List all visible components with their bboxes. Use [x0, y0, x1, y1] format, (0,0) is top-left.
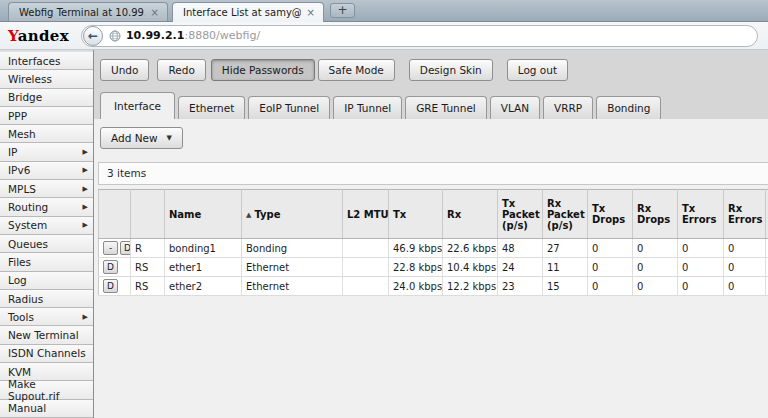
- tab-vlan[interactable]: VLAN: [490, 96, 540, 119]
- sidebar-item-ppp[interactable]: PPP: [0, 107, 93, 125]
- column-header-tx-errors[interactable]: Tx Errors: [678, 190, 724, 239]
- close-icon[interactable]: ×: [149, 7, 161, 18]
- column-header-rx[interactable]: Rx: [443, 190, 498, 239]
- toolbar: UndoRedoHide PasswordsSafe ModeDesign Sk…: [94, 50, 768, 81]
- row-cell: 0: [588, 239, 633, 258]
- sidebar-item-bridge[interactable]: Bridge: [0, 89, 93, 107]
- row-d-button[interactable]: D: [103, 260, 118, 274]
- sidebar-item-mesh[interactable]: Mesh: [0, 125, 93, 143]
- column-header-label: Tx Packet (p/s): [502, 198, 540, 231]
- row-cell: 0: [633, 239, 678, 258]
- back-button[interactable]: ←: [83, 26, 103, 46]
- column-header-l2-mtu[interactable]: L2 MTU: [343, 190, 389, 239]
- sidebar-item-tools[interactable]: Tools▶: [0, 308, 93, 326]
- tab-eoip-tunnel[interactable]: EoIP Tunnel: [248, 96, 330, 119]
- column-header-label: Tx Drops: [592, 203, 625, 225]
- row-cell: 48: [498, 239, 543, 258]
- webfig-tabs: InterfaceEthernetEoIP TunnelIP TunnelGRE…: [94, 92, 768, 119]
- content-area: Add New▼ 3 items Name▲TypeL2 MTUTxRxTx P…: [94, 119, 768, 418]
- tab-gre-tunnel[interactable]: GRE Tunnel: [405, 96, 487, 119]
- sidebar-item-log[interactable]: Log: [0, 272, 93, 290]
- sidebar-item-label: System: [8, 219, 47, 231]
- new-tab-button[interactable]: +: [330, 3, 355, 18]
- url-bar[interactable]: ← 10.99.2.1:8880/webfig/: [81, 25, 758, 47]
- column-header-rx-errors[interactable]: Rx Errors: [724, 190, 766, 239]
- column-header-label: Tx Errors: [682, 203, 716, 225]
- tab-ethernet[interactable]: Ethernet: [178, 96, 245, 119]
- table-head: Name▲TypeL2 MTUTxRxTx Packet (p/s)Rx Pac…: [99, 190, 768, 239]
- row-d-button[interactable]: D: [103, 279, 118, 293]
- row-cell: 15: [543, 277, 588, 296]
- row-cell: 22.6 kbps: [443, 239, 498, 258]
- sidebar-item-system[interactable]: System▶: [0, 217, 93, 235]
- row-minus-button[interactable]: -: [103, 241, 118, 255]
- column-header-tx-packet-p-s[interactable]: Tx Packet (p/s): [498, 190, 543, 239]
- interface-table: Name▲TypeL2 MTUTxRxTx Packet (p/s)Rx Pac…: [98, 189, 768, 296]
- column-header-name[interactable]: Name: [165, 190, 242, 239]
- row-cell: 0: [724, 239, 766, 258]
- yandex-logo: Yandex: [8, 27, 69, 45]
- close-icon[interactable]: ×: [305, 7, 317, 18]
- design-skin-button[interactable]: Design Skin: [409, 59, 493, 81]
- column-header-rx-drops[interactable]: Rx Drops: [633, 190, 678, 239]
- sidebar-item-wireless[interactable]: Wireless: [0, 70, 93, 88]
- tab-vrrp[interactable]: VRRP: [543, 96, 593, 119]
- row-cell: 0: [678, 277, 724, 296]
- row-cell: ether1: [165, 258, 242, 277]
- sidebar-item-label: Radius: [8, 293, 43, 305]
- sidebar-item-interfaces[interactable]: Interfaces: [0, 52, 93, 70]
- sidebar-item-ipv6[interactable]: IPv6▶: [0, 162, 93, 180]
- sidebar-item-make-supout-rif[interactable]: Make Supout.rif: [0, 381, 93, 399]
- sidebar-item-label: Queues: [8, 238, 48, 250]
- tab-ip-tunnel[interactable]: IP Tunnel: [333, 96, 402, 119]
- row-cell: 11: [543, 258, 588, 277]
- sidebar-item-radius[interactable]: Radius: [0, 290, 93, 308]
- row-cell: 10.4 kbps: [443, 258, 498, 277]
- sidebar-item-isdn-channels[interactable]: ISDN Channels: [0, 345, 93, 363]
- safe-mode-button[interactable]: Safe Mode: [318, 59, 395, 81]
- column-header-tx[interactable]: Tx: [389, 190, 443, 239]
- browser-tab-interface-list[interactable]: Interface List at samy@10.99.2.... ×: [172, 2, 324, 22]
- column-header-rx-packet-p-s[interactable]: Rx Packet (p/s): [543, 190, 588, 239]
- tab-bonding[interactable]: Bonding: [596, 96, 661, 119]
- tab-interface[interactable]: Interface: [100, 92, 175, 119]
- sidebar-item-routing[interactable]: Routing▶: [0, 198, 93, 216]
- table-row[interactable]: DRSether2Ethernet24.0 kbps12.2 kbps23150…: [99, 277, 768, 296]
- row-cell: ether2: [165, 277, 242, 296]
- sidebar-item-label: Bridge: [8, 91, 42, 103]
- row-cell: 0: [633, 277, 678, 296]
- sidebar-item-new-terminal[interactable]: New Terminal: [0, 326, 93, 344]
- sidebar-item-queues[interactable]: Queues: [0, 235, 93, 253]
- log-out-button[interactable]: Log out: [507, 59, 568, 81]
- back-arrow-icon: ←: [88, 29, 98, 43]
- sidebar-item-label: Files: [8, 256, 31, 268]
- sidebar-item-label: KVM: [8, 366, 31, 378]
- webfig-app: InterfacesWirelessBridgePPPMeshIP▶IPv6▶M…: [0, 50, 768, 418]
- redo-button[interactable]: Redo: [157, 59, 205, 81]
- sidebar-item-mpls[interactable]: MPLS▶: [0, 180, 93, 198]
- yandex-logo-rest: andex: [18, 27, 69, 45]
- browser-tab-webfig-terminal[interactable]: Webfig Terminal at 10.99.2.1 ×: [8, 2, 168, 21]
- sidebar-item-ip[interactable]: IP▶: [0, 143, 93, 161]
- table-body: -DRbonding1Bonding46.9 kbps22.6 kbps4827…: [99, 239, 768, 296]
- row-cell: Bonding: [242, 239, 343, 258]
- table-row[interactable]: -DRbonding1Bonding46.9 kbps22.6 kbps4827…: [99, 239, 768, 258]
- row-d-button[interactable]: D: [120, 241, 131, 255]
- sidebar-item-files[interactable]: Files: [0, 253, 93, 271]
- hide-passwords-button[interactable]: Hide Passwords: [211, 59, 315, 81]
- row-cell: 0: [724, 277, 766, 296]
- undo-button[interactable]: Undo: [100, 59, 149, 81]
- sidebar-item-label: IP: [8, 146, 17, 158]
- table-row[interactable]: DRSether1Ethernet22.8 kbps10.4 kbps24110…: [99, 258, 768, 277]
- row-cell: [343, 239, 389, 258]
- row-cell: 24: [498, 258, 543, 277]
- row-cell: 12.2 kbps: [443, 277, 498, 296]
- sidebar-item-manual[interactable]: Manual: [0, 400, 93, 418]
- browser-tab-title: Interface List at samy@10.99.2....: [183, 7, 301, 18]
- row-flags-cell: RS: [131, 277, 165, 296]
- add-new-button[interactable]: Add New▼: [100, 127, 183, 149]
- column-header-type[interactable]: ▲Type: [242, 190, 343, 239]
- sort-ascending-icon: ▲: [246, 211, 251, 219]
- chevron-right-icon: ▶: [83, 148, 88, 156]
- column-header-tx-drops[interactable]: Tx Drops: [588, 190, 633, 239]
